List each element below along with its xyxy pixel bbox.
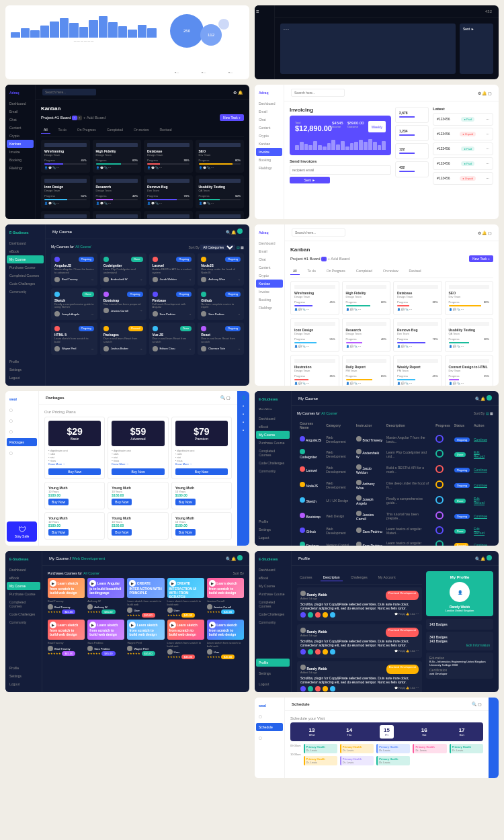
course-card[interactable]: OngoingNodeJSDive deep under the hood of… [198,253,244,286]
kanban-card[interactable]: SEODev TeamProgress 80%👤 💬 📎 ⋯ [445,281,494,315]
day-button[interactable]: 17Sun [455,725,469,739]
sidebar-item[interactable]: Logout [256,680,290,688]
tab[interactable]: Completed [353,267,375,275]
course-thumb[interactable]: ▶ CREATE INTERACTION UI WITH FROM SCRATC… [167,578,204,617]
sidebar-item[interactable]: Purchase Course [256,439,290,447]
kanban-card[interactable]: High FidelityDesign TeamProgress 60%👤 💬 … [93,140,142,173]
sidebar-item[interactable]: Dashboard [256,566,290,574]
table-row[interactable]: LaravelWeb Development Jacob WeldonBuild… [298,462,492,476]
sidebar-item[interactable]: Code Challenges [7,280,44,288]
buy-button[interactable]: Buy Now [175,499,196,505]
course-thumb[interactable]: ▶ Learn sketch from scratch to build web… [48,578,85,617]
sidebar-item[interactable]: ▢ [7,427,37,435]
sidebar-item[interactable]: Invoice [256,288,283,296]
course-card[interactable]: OngoingFirebaseFull stack Development wi… [149,288,196,321]
course-card[interactable]: OngoingAngularJSMaster Angular 7 from th… [51,253,97,286]
user-icon[interactable]: 👤 [241,395,246,400]
new-task-button[interactable]: New Task + [469,255,493,262]
tab[interactable]: Description [321,574,343,581]
course-thumb[interactable]: ▶ Learn Angular js to build beautifull l… [87,578,124,617]
kanban-card[interactable]: High FidelityDesign TeamProgress 60%👤 💬 … [342,281,391,315]
sidebar-item[interactable]: Settings [256,526,290,534]
course-card[interactable]: OngoingBootstrapThis tutorial has been p… [100,288,146,321]
tab[interactable]: On Progress [75,126,99,134]
course-card[interactable]: DoneVue JSDive in and learn React from s… [149,323,196,355]
sidebar-item[interactable]: Profile [7,664,40,672]
course-card[interactable]: OngoingReactDive in and learn React from… [198,323,244,355]
kanban-card[interactable]: ResearchDesign TeamProgress 40%👤 💬 📎 ⋯ [342,318,391,352]
sidebar-item-packages[interactable]: Packages [7,438,37,446]
sidebar-item[interactable]: ▢ [7,449,37,457]
sidebar-item[interactable]: Crypto [256,271,283,280]
sidebar-item[interactable]: Chat [7,116,34,124]
tab[interactable]: Revised [157,126,175,134]
table-row[interactable]: NodeJSWeb Development Anthony WiseDive d… [298,478,492,492]
sidebar-item[interactable]: Content [7,124,34,132]
sidebar-item[interactable]: Logout [7,680,40,688]
sidebar-item[interactable]: Completed Courses [256,598,290,610]
kanban-card[interactable]: Remove BugDev TeamProgress 70%👤 💬 📎 ⋯ [144,175,193,208]
search-input[interactable] [42,89,96,95]
kanban-card[interactable]: WireframingDesign TeamProgress 45%👤 💬 📎 … [290,281,339,315]
day-button[interactable]: 13Wed [304,725,319,739]
table-row[interactable]: GithubWeb Development Sara PedrinoLearn … [298,524,492,537]
invoice-row[interactable]: #123456● Paid⋯ [433,142,493,155]
sidebar-item[interactable]: Crypto [256,132,282,140]
sidebar-item[interactable]: Kanban [7,140,34,148]
sidebar-item[interactable]: Community [7,618,40,626]
sidebar-item[interactable]: Dashboard [7,239,44,247]
appointment-card[interactable]: Primary HealthDr. Lewis [340,756,374,765]
appointment-card[interactable]: Primary HealthDr. Lewis [450,744,483,753]
sidebar-item[interactable]: Purchase Course [7,263,44,271]
sidebar-item[interactable]: Email [256,247,283,255]
appointment-card[interactable]: Primary HealthDr. Lewis [340,744,374,753]
sidebar-item[interactable]: Purchase Course [7,590,40,598]
sidebar-item[interactable]: Dashboard [256,415,290,423]
day-button[interactable]: 16Sat [417,725,431,739]
tab[interactable]: Revised [407,267,424,275]
kanban-card[interactable]: Weekly ReportPM TeamProgress 45%👤 💬 📎 ⋯ [393,355,442,386]
kanban-card[interactable]: Usability TestingQA TeamProgress 50%👤 💬 … [196,175,245,208]
tab[interactable]: Challenges [348,574,370,581]
sidebar-item[interactable]: Logout [256,534,290,542]
course-card[interactable]: OngoingLaravelBuild a RESTful API for a … [149,253,196,286]
sidebar-item[interactable]: Code Challenges [7,610,40,618]
sidebar-item[interactable]: Completed Courses [256,447,290,459]
sidebar-item[interactable]: My Course [7,582,40,590]
course-thumb[interactable]: ▶ Learn sketch from scratch to build web… [167,620,204,659]
list-view-icon[interactable]: ▤ [237,245,240,249]
sidebar-item[interactable]: Email [7,108,34,116]
invoice-row[interactable]: #123456● Paid⋯ [433,157,493,170]
sidebar-item[interactable]: eBook [7,574,40,582]
kanban-card[interactable]: Icon DesignDesign TeamProgress 55%👤 💬 📎 … [290,318,339,352]
sidebar-item[interactable]: Kanban [256,280,283,288]
sidebar-item[interactable]: ▢ [256,734,283,742]
sidebar-item[interactable]: ▢ [7,406,37,414]
category-select[interactable]: All Categories [200,245,235,250]
course-thumb[interactable]: ▶ Learn sketch from scratch to build web… [207,620,244,659]
sidebar-item[interactable]: Chat [256,116,282,124]
course-thumb[interactable]: ▶ Learn sketch from scratch to build web… [87,620,124,659]
course-thumb[interactable]: ▶ CREATE INTERACTION WITH PRINCIPLELearn… [127,578,164,617]
kanban-card[interactable]: Convert Design to HTMLDev TeamProgress 2… [196,211,245,219]
sidebar-item[interactable]: Dashboard [256,99,282,108]
sidebar-item-schedule[interactable]: Schedule [256,723,283,731]
sidebar-item[interactable]: Email [256,108,282,116]
sidebar-item[interactable]: My Course [256,431,290,439]
sidebar-item[interactable]: Booking [256,156,282,164]
course-thumb[interactable]: ▶ Learn sketch from scratch to build web… [207,578,244,617]
sidebar-item[interactable]: Dashboard [256,239,283,247]
course-card[interactable]: DoneSketchFinally a comprehensive guide … [51,288,97,321]
kanban-card[interactable]: WireframingDesign TeamProgress 45%👤 💬 📎 … [41,140,90,173]
sidebar-item[interactable]: FileMngr [7,164,34,172]
sidebar-item[interactable]: Chat [256,255,283,263]
sidebar-item[interactable]: Completed Courses [7,271,44,280]
sidebar-item[interactable]: Code Challenges [256,610,290,618]
buy-button[interactable]: Buy Now [112,499,132,505]
day-button[interactable]: 14Thu [342,725,356,739]
invoice-row[interactable]: #123456● Unpaid⋯ [433,128,493,140]
sidebar-item[interactable]: My Course [256,582,290,590]
sidebar-item[interactable]: Crypto [7,132,34,140]
tab[interactable]: All [290,267,300,275]
sidebar-item[interactable]: Profile [256,517,290,526]
